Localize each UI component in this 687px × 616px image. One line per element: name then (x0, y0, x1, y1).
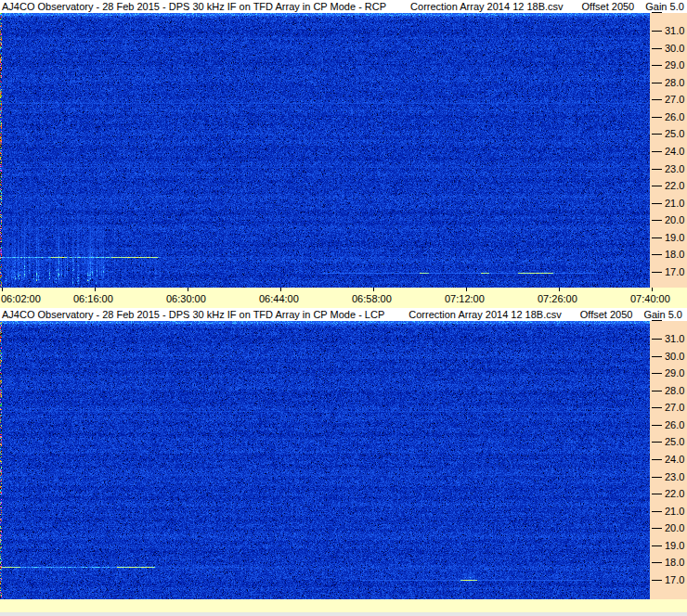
time-tick-label: 06:02:00 (1, 293, 41, 305)
time-tick (280, 288, 281, 291)
title-offset-rcp: Offset 2050 (582, 1, 635, 13)
freq-tick (652, 339, 662, 340)
title-gain-rcp: Gain 5.0 (645, 1, 684, 13)
plot-row-rcp: 31.030.029.028.027.026.025.024.023.022.0… (0, 13, 687, 288)
freq-tick (652, 580, 662, 581)
freq-tick-label: 17.0 (665, 266, 684, 277)
freq-tick (652, 169, 662, 170)
freq-tick (652, 391, 662, 391)
freq-axis-rcp: 31.030.029.028.027.026.025.024.023.022.0… (650, 13, 687, 288)
title-main-lcp: AJ4CO Observatory - 28 Feb 2015 - DPS 30… (2, 309, 384, 321)
time-tick (466, 288, 467, 291)
freq-tick (652, 545, 662, 546)
freq-tick-label: 29.0 (665, 367, 684, 379)
freq-tick (652, 65, 662, 66)
freq-tick-label: 23.0 (665, 163, 684, 174)
freq-tick-label: 17.0 (665, 574, 684, 585)
freq-tick (652, 237, 662, 238)
freq-tick (652, 203, 662, 204)
title-offset-lcp: Offset 2050 (580, 309, 633, 321)
freq-tick (652, 425, 662, 426)
time-tick-label: 06:30:00 (166, 293, 206, 305)
window-footer-strip (0, 612, 687, 616)
time-tick-label: 07:26:00 (538, 293, 577, 305)
freq-tick-label: 25.0 (665, 128, 684, 139)
time-tick-label: 07:40:00 (630, 293, 670, 305)
freq-tick (652, 477, 662, 478)
time-axis-rcp: 06:02:0006:16:0006:30:0006:44:0006:58:00… (0, 288, 687, 308)
time-axis-lcp (0, 599, 687, 612)
freq-tick-label: 18.0 (665, 249, 684, 260)
freq-tick-label: 18.0 (665, 557, 684, 568)
freq-tick (652, 12, 662, 13)
freq-tick-label: 21.0 (665, 198, 684, 209)
freq-tick-label: 30.0 (665, 351, 684, 362)
freq-axis-lcp: 31.030.029.028.027.026.025.024.023.022.0… (650, 321, 687, 599)
time-tick (2, 288, 3, 291)
time-tick (652, 288, 653, 291)
freq-tick-label: 25.0 (665, 436, 684, 447)
freq-tick (652, 134, 662, 135)
freq-tick-label: 31.0 (665, 25, 684, 36)
freq-tick (652, 186, 662, 186)
freq-tick (652, 99, 662, 100)
freq-tick-label: 30.0 (665, 43, 684, 54)
freq-tick-label: 28.0 (665, 77, 684, 88)
freq-tick (652, 442, 662, 443)
freq-tick (652, 83, 662, 83)
title-main-rcp: AJ4CO Observatory - 28 Feb 2015 - DPS 30… (2, 1, 386, 13)
freq-tick (652, 151, 662, 152)
plot-row-lcp: 31.030.029.028.027.026.025.024.023.022.0… (0, 321, 687, 599)
freq-tick (652, 31, 662, 32)
spectrogram-rcp (0, 13, 650, 288)
freq-tick (652, 528, 662, 529)
spectrogram-lcp (0, 321, 650, 599)
spectrograph-window: AJ4CO Observatory - 28 Feb 2015 - DPS 30… (0, 0, 687, 616)
freq-tick-label: 26.0 (665, 419, 684, 430)
freq-tick (652, 494, 662, 494)
time-tick (559, 288, 560, 291)
freq-tick-label: 19.0 (665, 232, 684, 243)
freq-tick-label: 20.0 (665, 214, 684, 225)
freq-tick (652, 407, 662, 408)
freq-tick (652, 373, 662, 374)
title-correction-lcp: Correction Array 2014 12 18B.csv (408, 309, 561, 321)
freq-tick (652, 320, 662, 321)
time-tick-label: 06:16:00 (73, 293, 113, 305)
freq-tick-label: 24.0 (665, 454, 684, 465)
panel-title-rcp: AJ4CO Observatory - 28 Feb 2015 - DPS 30… (0, 0, 687, 13)
freq-tick-label: 22.0 (665, 488, 684, 499)
freq-tick-label: 19.0 (665, 540, 684, 551)
freq-tick-label: 27.0 (665, 402, 684, 413)
title-gain-lcp: Gain 5.0 (643, 309, 682, 321)
time-tick (373, 288, 374, 291)
freq-tick-label: 21.0 (665, 506, 684, 517)
panel-title-lcp: AJ4CO Observatory - 28 Feb 2015 - DPS 30… (0, 308, 687, 321)
time-tick-label: 06:44:00 (259, 293, 299, 305)
time-tick-label: 07:12:00 (445, 293, 485, 305)
freq-tick-label: 26.0 (665, 111, 684, 122)
time-tick (188, 288, 188, 291)
freq-tick (652, 220, 662, 221)
freq-tick-label: 27.0 (665, 94, 684, 105)
freq-tick-label: 29.0 (665, 59, 684, 71)
freq-tick-label: 23.0 (665, 471, 684, 482)
freq-tick (652, 117, 662, 118)
freq-tick (652, 272, 662, 273)
freq-tick (652, 511, 662, 512)
freq-tick (652, 356, 662, 357)
freq-tick (652, 562, 662, 563)
freq-tick-label: 20.0 (665, 522, 684, 533)
freq-tick-label: 24.0 (665, 146, 684, 157)
title-correction-rcp: Correction Array 2014 12 18B.csv (410, 1, 563, 13)
freq-tick-label: 28.0 (665, 385, 684, 396)
freq-tick-label: 31.0 (665, 333, 684, 344)
time-tick (95, 288, 96, 291)
freq-tick-label: 22.0 (665, 180, 684, 191)
time-tick-label: 06:58:00 (352, 293, 392, 305)
freq-tick (652, 459, 662, 460)
freq-tick (652, 48, 662, 49)
freq-tick (652, 254, 662, 255)
